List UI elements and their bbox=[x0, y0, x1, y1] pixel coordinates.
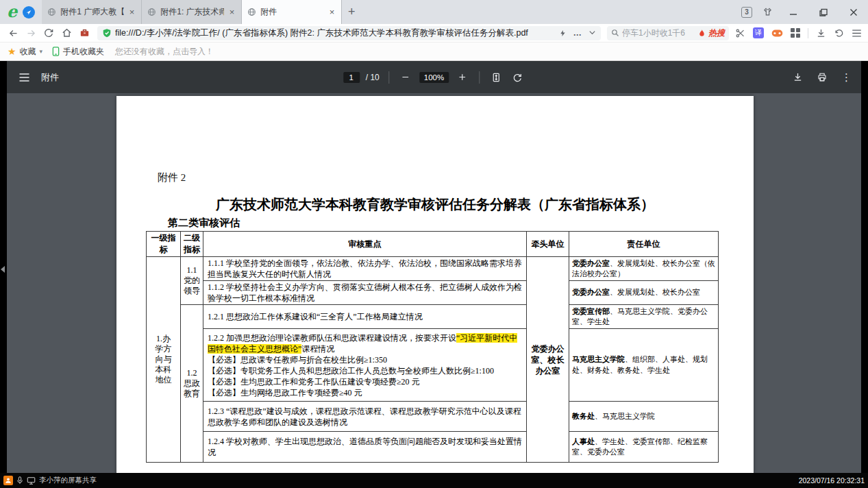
responsible-unit-cell: 人事处、学生处、党委宣传部、纪检监察室、党委办公室 bbox=[569, 432, 719, 463]
microphone-icon[interactable] bbox=[16, 476, 23, 485]
page-count-label: / 10 bbox=[366, 73, 380, 82]
lead-unit-cell: 党委办公室、校长办公室 bbox=[527, 257, 569, 463]
level2-indicator-cell: 1.1 党的领导 bbox=[181, 257, 203, 305]
game-center-icon[interactable] bbox=[771, 29, 783, 38]
search-box[interactable]: 停车1小时收1千6 热搜 bbox=[607, 26, 729, 40]
browser-address-bar: file:///D:/李小萍/法学院工作/ (广东省指标体系) 附件2: 广东技… bbox=[0, 24, 868, 42]
flame-icon bbox=[698, 29, 706, 38]
pdf-page-controls: 1 / 10 100% bbox=[343, 70, 525, 85]
tab-close-icon[interactable]: × bbox=[128, 8, 136, 16]
browser-tab-bar: e 附件1 广师大教【2019】168 × 附件1: 广东技术师范大学本科 × … bbox=[0, 0, 868, 24]
page-favicon-globe-icon bbox=[147, 8, 156, 16]
screen-share-icon[interactable] bbox=[27, 477, 36, 485]
responsible-unit-cell: 党委办公室、发展规划处、校长办公室（依法治校办公室） bbox=[569, 257, 719, 281]
table-header-cell: 牵头单位 bbox=[527, 232, 569, 257]
tab-1[interactable]: 附件1 广师大教【2019】168 × bbox=[42, 0, 142, 24]
close-window-button[interactable] bbox=[843, 4, 864, 21]
hot-search-label[interactable]: 热搜 bbox=[708, 27, 725, 39]
pdf-viewport[interactable]: 附件 2 广东技术师范大学本科教育教学审核评估任务分解表（广东省指标体系） 第二… bbox=[7, 93, 861, 473]
pdf-document-title: 附件 bbox=[41, 71, 59, 84]
forward-icon[interactable] bbox=[22, 25, 40, 41]
fit-to-page-icon[interactable] bbox=[488, 70, 504, 85]
page-favicon-globe-icon bbox=[47, 8, 56, 16]
mobile-folder-icon[interactable] bbox=[52, 47, 60, 56]
favorites-caret-icon[interactable]: ▾ bbox=[40, 48, 43, 55]
tab-close-icon[interactable]: × bbox=[228, 8, 236, 16]
document-category: 第二类审核评估 bbox=[168, 217, 240, 230]
bookmarks-import-hint[interactable]: 您还没有收藏，点击导入！ bbox=[115, 46, 214, 58]
back-icon[interactable] bbox=[4, 25, 22, 41]
toolbox-icon[interactable] bbox=[75, 25, 93, 41]
tab-3-active[interactable]: 附件 × bbox=[242, 0, 342, 24]
clock-timestamp: 2023/07/16 20:32:31 bbox=[799, 476, 865, 485]
responsible-unit-cell: 党委宣传部、马克思主义学院、党委办公室、学生处 bbox=[569, 305, 719, 329]
document-title: 广东技术师范大学本科教育教学审核评估任务分解表（广东省指标体系） bbox=[116, 195, 754, 214]
minimize-button[interactable] bbox=[783, 4, 804, 21]
level1-indicator-cell: 1.办学方向与本科地位 bbox=[147, 257, 181, 463]
table-row: 1.办学方向与本科地位1.1 党的领导1.1.1 学校坚持党的全面领导，依法治教… bbox=[147, 257, 719, 281]
more-tools-icon[interactable]: … bbox=[573, 28, 582, 38]
favorites-star-icon[interactable]: ★ bbox=[8, 46, 16, 57]
page-number-input[interactable]: 1 bbox=[343, 72, 360, 83]
table-row: 1.2 思政教育1.2.1 思想政治工作体系建设和“三全育人”工作格局建立情况党… bbox=[147, 305, 719, 329]
tab-close-icon[interactable]: × bbox=[328, 8, 336, 16]
zoom-level-input[interactable]: 100% bbox=[419, 72, 449, 83]
menu-hamburger-icon[interactable] bbox=[852, 29, 862, 38]
url-dropdown-chevron-icon[interactable] bbox=[588, 30, 596, 36]
downloads-icon[interactable] bbox=[816, 28, 826, 38]
table-header-cell: 二级指标 bbox=[181, 232, 203, 257]
collapsed-panel-arrow-icon[interactable] bbox=[1, 266, 5, 273]
tab-2[interactable]: 附件1: 广东技术师范大学本科 × bbox=[142, 0, 242, 24]
responsible-unit-cell: 教务处、马克思主义学院 bbox=[569, 402, 719, 432]
mobile-folder-label[interactable]: 手机收藏夹 bbox=[63, 46, 104, 58]
site-safety-shield-icon[interactable] bbox=[102, 28, 112, 38]
review-focus-cell: 1.2.3 “课程思政”建设与成效，课程思政示范课程、课程思政教学研究示范中心以… bbox=[203, 402, 527, 432]
search-placeholder: 停车1小时收1千6 bbox=[622, 27, 695, 39]
meeting-app-icon[interactable] bbox=[3, 476, 13, 485]
attachment-label: 附件 2 bbox=[158, 171, 186, 184]
restore-session-icon[interactable] bbox=[834, 28, 844, 38]
toolbar-extensions: 译 bbox=[735, 27, 866, 38]
table-header-cell: 一级指标 bbox=[147, 232, 181, 257]
pdf-toolbar: 附件 1 / 10 100% ⋮ bbox=[7, 61, 861, 93]
pdf-more-options-icon[interactable]: ⋮ bbox=[841, 71, 852, 84]
tab-title: 附件1 广师大教【2019】168 bbox=[60, 6, 123, 18]
zoom-in-button[interactable] bbox=[455, 70, 470, 85]
pinned-app-icon[interactable] bbox=[23, 6, 35, 19]
zoom-out-button[interactable] bbox=[398, 70, 413, 85]
pdf-sidebar-menu-icon[interactable] bbox=[16, 70, 32, 85]
screenshot-scissors-icon[interactable] bbox=[735, 28, 745, 38]
table-row: 1.2.3 “课程思政”建设与成效，课程思政示范课程、课程思政教学研究示范中心以… bbox=[147, 402, 719, 432]
review-focus-cell: 1.1.1 学校坚持党的全面领导，依法治教、依法办学、依法治校，围绕国家战略需求… bbox=[203, 257, 527, 281]
tab-title: 附件1: 广东技术师范大学本科 bbox=[160, 6, 223, 18]
review-focus-cell: 1.2.2 加强思想政治理论课教师队伍和思政课程建设情况，按要求开设“习近平新时… bbox=[203, 329, 527, 402]
responsible-unit-cell: 党委办公室、发展规划处、校长办公室 bbox=[569, 281, 719, 305]
table-body: 1.办学方向与本科地位1.1 党的领导1.1.1 学校坚持党的全面领导，依法治教… bbox=[147, 257, 719, 463]
table-header-cell: 审核重点 bbox=[203, 232, 527, 257]
favorites-label[interactable]: 收藏 bbox=[20, 46, 36, 58]
pdf-action-buttons: ⋮ bbox=[793, 71, 852, 84]
browser-logo-icon[interactable]: e bbox=[7, 1, 17, 21]
rotate-page-icon[interactable] bbox=[510, 70, 525, 85]
home-icon[interactable] bbox=[58, 25, 75, 41]
flash-save-icon[interactable] bbox=[559, 29, 567, 38]
assessment-table: 一级指标二级指标审核重点牵头单位责任单位 1.办学方向与本科地位1.1 党的领导… bbox=[146, 231, 719, 463]
table-header-row: 一级指标二级指标审核重点牵头单位责任单位 bbox=[147, 232, 719, 257]
apps-grid-icon[interactable] bbox=[791, 28, 800, 38]
screen-share-bar: 李小萍的屏幕共享 2023/07/16 20:32:31 bbox=[0, 473, 868, 488]
table-row: 1.1.2 学校坚持社会主义办学方向、贯彻落实立德树人根本任务、把立德树人成效作… bbox=[147, 281, 719, 305]
pdf-download-icon[interactable] bbox=[793, 72, 803, 82]
reload-icon[interactable] bbox=[40, 25, 58, 41]
page-favicon-globe-icon bbox=[247, 8, 256, 16]
translate-icon[interactable]: 译 bbox=[753, 27, 764, 38]
url-field[interactable]: file:///D:/李小萍/法学院工作/ (广东省指标体系) 附件2: 广东技… bbox=[97, 26, 601, 40]
pdf-print-icon[interactable] bbox=[817, 72, 828, 82]
toolbar-divider bbox=[388, 71, 389, 84]
theme-skin-icon[interactable] bbox=[762, 7, 773, 17]
url-text: file:///D:/李小萍/法学院工作/ (广东省指标体系) 附件2: 广东技… bbox=[115, 27, 559, 39]
review-focus-cell: 1.2.4 学校对教师、学生出现思想政治、道德品质等负面问题能否及时发现和妥当处… bbox=[203, 432, 527, 463]
table-row: 1.2.2 加强思想政治理论课教师队伍和思政课程建设情况，按要求开设“习近平新时… bbox=[147, 329, 719, 402]
maximize-button[interactable] bbox=[813, 4, 834, 21]
new-tab-button[interactable]: + bbox=[342, 3, 361, 22]
tab-count-badge[interactable]: 3 bbox=[741, 7, 752, 18]
